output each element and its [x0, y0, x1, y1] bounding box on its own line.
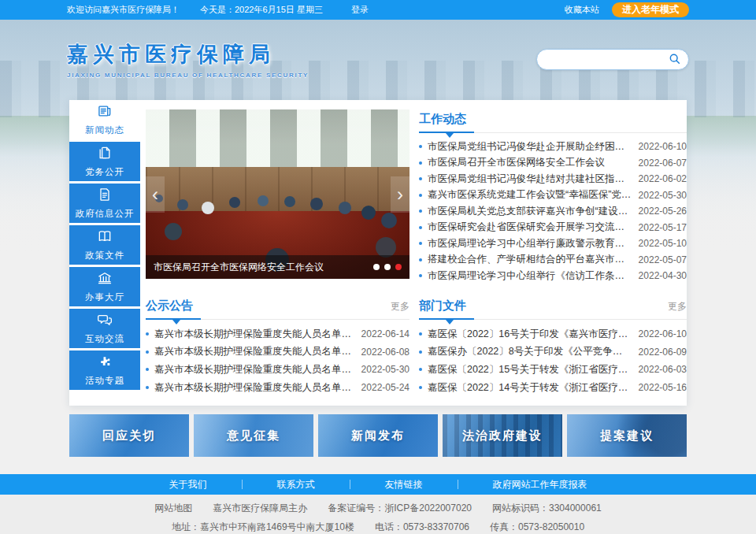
- bullet-icon: [419, 332, 422, 336]
- news-link[interactable]: 市医保研究会赴省医保研究会开展学习交流活动: [428, 221, 639, 234]
- list-item[interactable]: 嘉兴市本级长期护理保险重度失能人员名单公示（2...2022-06-08: [146, 343, 410, 362]
- sidebar-item-gov-info[interactable]: 政府信息公开: [69, 184, 140, 223]
- list-item[interactable]: 嘉医保〔2022〕14号关于转发《浙江省医疗保...2022-05-16: [419, 379, 687, 397]
- news-date: 2022-05-24: [361, 382, 410, 393]
- file-icon: [97, 145, 113, 164]
- list-item[interactable]: 搭建校企合作、产学研相结合的平台嘉兴市长期护理...2022-05-07: [419, 252, 687, 269]
- site-logo[interactable]: 嘉兴市医疗保障局 JIAXING MUNICIPAL BUREAU OF HEA…: [67, 40, 309, 79]
- footer-nav-about[interactable]: 关于我们: [135, 474, 242, 495]
- news-link[interactable]: 嘉医保〔2022〕16号关于印发《嘉兴市医疗保...: [428, 328, 639, 341]
- news-link[interactable]: 嘉医保〔2022〕15号关于转发《浙江省医疗保...: [428, 363, 639, 376]
- sitemap-link[interactable]: 网站地图: [154, 502, 192, 515]
- news-link[interactable]: 嘉兴市本级长期护理保险重度失能人员名单公示（2...: [154, 381, 361, 395]
- sidebar-item-special-topics[interactable]: 活动专题: [69, 350, 140, 390]
- news-link[interactable]: 市医保局机关党总支部获评嘉兴市争创“建设清廉机...: [428, 205, 639, 218]
- list-item[interactable]: 嘉兴市医保系统党建工作会议暨“幸福医保”党建联...2022-05-30: [419, 187, 687, 204]
- news-date: 2022-05-17: [639, 222, 687, 233]
- sidebar: 新闻动态 党务公开 政府信息公开 政策文件: [69, 100, 140, 406]
- list-item[interactable]: 嘉医保〔2022〕16号关于印发《嘉兴市医疗保...2022-06-10: [419, 325, 687, 343]
- news-link[interactable]: 搭建校企合作、产学研相结合的平台嘉兴市长期护理...: [428, 253, 639, 266]
- sidebar-item-party-affairs[interactable]: 党务公开: [69, 142, 140, 181]
- list-item[interactable]: 市医保局机关党总支部获评嘉兴市争创“建设清廉机...2022-05-26: [419, 203, 687, 220]
- news-link[interactable]: 市医保局理论学习中心组举行廉政警示教育专题学习...: [428, 237, 639, 250]
- carousel-dot-active[interactable]: [395, 264, 402, 270]
- list-item[interactable]: 市医保局召开全市医保网络安全工作会议2022-06-07: [419, 155, 687, 172]
- bullet-icon: [419, 242, 422, 245]
- footer-nav-annual-report[interactable]: 政府网站工作年度报表: [458, 474, 622, 495]
- banner-label: 提案建议: [600, 428, 654, 443]
- carousel-dots: [373, 264, 402, 270]
- news-link[interactable]: 市医保局党组书记冯俊华赴结对共建社区指导全国文...: [428, 172, 639, 186]
- work-news-list: 市医保局党组书记冯俊华赴企开展助企纾困活动2022-06-10 市医保局召开全市…: [419, 139, 687, 284]
- list-item[interactable]: 市医保局党组书记冯俊华赴结对共建社区指导全国文...2022-06-02: [419, 171, 687, 187]
- bullet-icon: [419, 210, 422, 213]
- carousel-caption[interactable]: 市医保局召开全市医保网络安全工作会议: [154, 261, 367, 274]
- document-icon: [97, 187, 113, 206]
- elder-mode-button[interactable]: 进入老年模式: [612, 2, 689, 17]
- more-link[interactable]: 更多: [668, 300, 687, 319]
- news-link[interactable]: 嘉兴市医保系统党建工作会议暨“幸福医保”党建联...: [428, 188, 639, 202]
- news-link[interactable]: 市医保局召开全市医保网络安全工作会议: [428, 156, 639, 169]
- section-notices: 公示公告 更多 嘉兴市本级长期护理保险重度失能人员名单公示（2...2022-0…: [146, 292, 410, 396]
- banner-news-release[interactable]: 新闻发布: [318, 414, 438, 457]
- carousel-prev-button[interactable]: [146, 176, 165, 213]
- sidebar-item-service-hall[interactable]: 办事大厅: [69, 267, 140, 306]
- news-link[interactable]: 市医保局党组书记冯俊华赴企开展助企纾困活动: [428, 140, 639, 154]
- news-link[interactable]: 嘉医保〔2022〕14号关于转发《浙江省医疗保...: [428, 381, 639, 395]
- carousel-dot[interactable]: [373, 264, 380, 270]
- banner-proposals[interactable]: 提案建议: [567, 414, 687, 457]
- list-item[interactable]: 嘉兴市本级长期护理保险重度失能人员名单公示（2...2022-05-30: [146, 361, 410, 379]
- organizer-text: 嘉兴市医疗保障局主办: [213, 502, 307, 515]
- news-link[interactable]: 市医保局理论学习中心组举行《信访工作条例》专题...: [428, 269, 639, 283]
- banner-label: 法治政府建设: [462, 428, 543, 443]
- list-item[interactable]: 嘉医保办〔2022〕8号关于印发《公平竞争审查...2022-06-09: [419, 343, 687, 362]
- list-item[interactable]: 市医保局理论学习中心组举行廉政警示教育专题学习...2022-05-10: [419, 235, 687, 252]
- site-title: 嘉兴市医疗保障局: [67, 40, 309, 69]
- list-item[interactable]: 嘉兴市本级长期护理保险重度失能人员名单公示（2...2022-06-14: [146, 325, 410, 343]
- date-text: 今天是：2022年6月15日 星期三: [200, 4, 323, 16]
- section-header: 部门文件 更多: [419, 296, 687, 320]
- footer-nav-contact[interactable]: 联系方式: [243, 474, 350, 495]
- news-date: 2022-06-14: [361, 328, 410, 339]
- banner-opinion-collection[interactable]: 意见征集: [194, 414, 313, 457]
- more-link[interactable]: 更多: [391, 300, 410, 319]
- news-link[interactable]: 嘉兴市本级长期护理保险重度失能人员名单公示（2...: [154, 345, 361, 358]
- news-carousel[interactable]: 市医保局召开全市医保网络安全工作会议: [146, 109, 410, 279]
- section-title: 公示公告: [146, 299, 193, 319]
- news-link[interactable]: 嘉兴市本级长期护理保险重度失能人员名单公示（2...: [154, 328, 361, 341]
- news-link[interactable]: 嘉医保办〔2022〕8号关于印发《公平竞争审查...: [428, 345, 639, 358]
- section-header: 工作动态: [419, 109, 687, 133]
- carousel-dot[interactable]: [384, 264, 391, 270]
- bullet-icon: [419, 386, 422, 389]
- search-icon[interactable]: [669, 53, 681, 65]
- search-input[interactable]: [544, 54, 669, 65]
- footer-line-1: 网站地图 嘉兴市医疗保障局主办 备案证编号：浙ICP备2022007020 网站…: [0, 502, 756, 515]
- sidebar-item-news[interactable]: 新闻动态: [69, 100, 140, 139]
- footer-line-2: 地址：嘉兴市中环南路1469号中南大厦10楼 电话：0573-83370706 …: [0, 521, 756, 534]
- favorite-link[interactable]: 收藏本站: [565, 4, 599, 16]
- newspaper-icon: [97, 103, 113, 122]
- banner-respond-concerns[interactable]: 回应关切: [69, 414, 189, 457]
- footer-nav-links[interactable]: 友情链接: [350, 474, 458, 495]
- fax-text: 传真：0573-82050010: [490, 521, 584, 534]
- list-item[interactable]: 市医保局党组书记冯俊华赴企开展助企纾困活动2022-06-10: [419, 139, 687, 155]
- search-box[interactable]: [536, 49, 689, 70]
- list-item[interactable]: 嘉兴市本级长期护理保险重度失能人员名单公示（2...2022-05-24: [146, 379, 410, 397]
- bullet-icon: [419, 350, 422, 354]
- footer: 网站地图 嘉兴市医疗保障局主办 备案证编号：浙ICP备2022007020 网站…: [0, 495, 756, 534]
- sidebar-item-interaction[interactable]: 互动交流: [69, 309, 140, 348]
- sidebar-item-label: 新闻动态: [85, 124, 124, 136]
- banner-rule-of-law[interactable]: 法治政府建设: [443, 414, 562, 457]
- carousel-next-button[interactable]: [391, 176, 410, 213]
- list-item[interactable]: 市医保研究会赴省医保研究会开展学习交流活动2022-05-17: [419, 220, 687, 236]
- news-link[interactable]: 嘉兴市本级长期护理保险重度失能人员名单公示（2...: [154, 363, 361, 376]
- news-date: 2022-06-10: [639, 141, 687, 152]
- sidebar-item-policy-files[interactable]: 政策文件: [69, 225, 140, 265]
- bullet-icon: [419, 258, 422, 261]
- login-link[interactable]: 登录: [351, 4, 369, 16]
- section-title: 工作动态: [419, 112, 466, 132]
- list-item[interactable]: 嘉医保〔2022〕15号关于转发《浙江省医疗保...2022-06-03: [419, 361, 687, 379]
- bullet-icon: [419, 161, 422, 165]
- phone-text: 电话：0573-83370706: [375, 521, 469, 534]
- list-item[interactable]: 市医保局理论学习中心组举行《信访工作条例》专题...2022-04-30: [419, 268, 687, 284]
